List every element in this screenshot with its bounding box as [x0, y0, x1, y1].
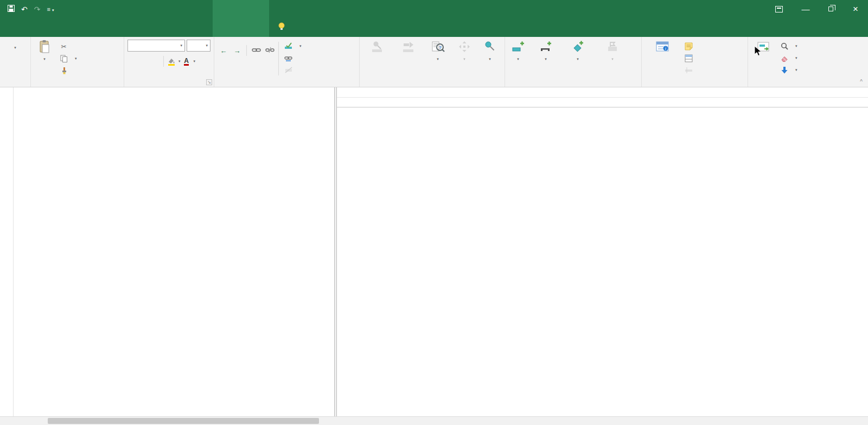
- inspect-button[interactable]: ? ▾: [424, 39, 452, 79]
- ribbon-group-insert: ▾ ▾ ▾ ▾: [505, 37, 642, 87]
- format-painter-button[interactable]: [57, 65, 79, 77]
- manually-schedule-button[interactable]: [361, 39, 393, 79]
- font-size-select[interactable]: ▾: [187, 40, 210, 52]
- add-to-timeline-icon: [684, 66, 693, 74]
- auto-schedule-button[interactable]: [393, 39, 424, 79]
- font-color-icon: A: [184, 58, 189, 66]
- fill-button[interactable]: ▾: [777, 64, 800, 76]
- gantt-chart-tools-badge: [213, 0, 269, 18]
- notes-icon: [684, 42, 693, 50]
- move-button[interactable]: ▾: [452, 39, 477, 79]
- underline-button[interactable]: [150, 55, 161, 67]
- indent-task-button[interactable]: →: [231, 45, 243, 56]
- insert-deliverable-icon: [606, 40, 619, 54]
- link-tasks-button[interactable]: [250, 45, 262, 56]
- inactivate-button[interactable]: [282, 64, 304, 76]
- horizontal-scrollbar-thumb[interactable]: [48, 418, 319, 424]
- mark-on-track-icon: [284, 42, 293, 50]
- respect-links-icon: [284, 54, 293, 62]
- mode-icon: [483, 40, 496, 54]
- ribbon-group-tasks: ? ▾ ▾ ▾: [360, 37, 505, 87]
- information-icon: i: [655, 40, 669, 54]
- svg-text:i: i: [665, 46, 666, 51]
- find-icon: [780, 42, 789, 50]
- information-button[interactable]: i: [643, 39, 682, 79]
- unlink-tasks-button[interactable]: [264, 45, 276, 56]
- outdent-task-button[interactable]: ←: [218, 45, 229, 56]
- gantt-chart-body: [337, 107, 868, 416]
- background-color-button[interactable]: [166, 55, 177, 67]
- insert-task-icon: [512, 40, 525, 54]
- gantt-chart-pane-label: [0, 87, 14, 416]
- scroll-to-task-button[interactable]: [749, 39, 777, 79]
- respect-links-button[interactable]: [282, 52, 304, 64]
- tell-me-box[interactable]: [278, 18, 290, 37]
- horizontal-scrollbar[interactable]: [0, 416, 868, 425]
- font-color-button[interactable]: A: [181, 55, 192, 67]
- link-tasks-icon: [252, 46, 261, 55]
- find-button[interactable]: ▾: [777, 40, 800, 52]
- clear-icon: [780, 54, 789, 62]
- inspect-icon: ?: [431, 40, 445, 54]
- collapse-ribbon-icon[interactable]: ^: [860, 79, 863, 85]
- mode-button[interactable]: ▾: [477, 39, 503, 79]
- minimize-button[interactable]: —: [793, 0, 818, 18]
- font-dialog-launcher-icon[interactable]: ↘: [206, 79, 212, 85]
- window-title: [0, 0, 868, 18]
- format-painter-icon: [59, 66, 68, 75]
- italic-button[interactable]: [139, 55, 150, 67]
- cut-button[interactable]: ✂: [57, 41, 79, 53]
- manually-schedule-icon: [371, 40, 384, 54]
- ribbon: ▾ ▾ ✂ ▾ ▾ ▾: [0, 37, 868, 87]
- add-to-timeline-button[interactable]: [682, 64, 698, 76]
- tab-format[interactable]: [213, 18, 269, 37]
- svg-text:?: ?: [439, 45, 442, 50]
- task-table: [14, 87, 334, 416]
- ribbon-group-editing: ▾ ▾ ▾: [748, 37, 822, 87]
- fill-icon: [780, 66, 789, 74]
- insert-summary-button[interactable]: ▾: [530, 39, 561, 79]
- background-color-icon: [167, 57, 176, 66]
- close-button[interactable]: ×: [843, 0, 868, 18]
- window-controls: — ×: [768, 0, 868, 18]
- ribbon-tab-row: [0, 18, 868, 37]
- redo-icon[interactable]: ↷: [34, 5, 41, 14]
- gantt-chart-pane: [337, 87, 868, 416]
- copy-button[interactable]: ▾: [57, 53, 79, 65]
- restore-button[interactable]: [818, 0, 843, 18]
- auto-schedule-icon: [402, 40, 415, 54]
- insert-milestone-icon: [571, 40, 584, 54]
- clear-button[interactable]: ▾: [777, 52, 800, 64]
- notes-button[interactable]: [682, 40, 698, 52]
- ribbon-group-properties: i: [642, 37, 748, 87]
- scroll-to-task-icon: [757, 40, 770, 54]
- save-icon[interactable]: [8, 5, 15, 14]
- view-gantt-chart-button[interactable]: ▾: [1, 39, 29, 79]
- title-bar: ↶ ↷ ≡ ▾ — ×: [0, 0, 868, 18]
- ribbon-display-options-icon[interactable]: [768, 0, 793, 18]
- ribbon-group-schedule: ← → ▾: [214, 37, 360, 87]
- copy-icon: [59, 54, 68, 63]
- quick-access-toolbar: ↶ ↷ ≡ ▾: [8, 0, 54, 18]
- ribbon-group-clipboard: ▾ ✂ ▾: [31, 37, 124, 87]
- ribbon-group-view: ▾: [0, 37, 31, 87]
- customize-quick-access-icon[interactable]: ≡ ▾: [47, 6, 54, 12]
- lightbulb-icon: [278, 22, 285, 33]
- insert-task-button[interactable]: ▾: [506, 39, 530, 79]
- paste-button[interactable]: ▾: [32, 39, 57, 79]
- details-icon: [684, 54, 693, 62]
- insert-milestone-button[interactable]: ▾: [561, 39, 594, 79]
- insert-summary-icon: [539, 40, 552, 54]
- font-family-select[interactable]: ▾: [127, 40, 185, 52]
- undo-icon[interactable]: ↶: [21, 5, 28, 14]
- mark-on-track-button[interactable]: ▾: [282, 40, 304, 52]
- timescale-header: [337, 87, 868, 107]
- ribbon-group-font: ▾ ▾ ▾ A ▾ ↘: [124, 37, 214, 87]
- ribbon-right-spacer: ^: [822, 37, 868, 87]
- inactivate-icon: [284, 66, 293, 74]
- insert-deliverable-button[interactable]: ▾: [594, 39, 631, 79]
- details-button[interactable]: [682, 52, 698, 64]
- bold-button[interactable]: [127, 55, 138, 67]
- unlink-tasks-icon: [265, 46, 275, 55]
- project-professional-window: ↶ ↷ ≡ ▾ — × ▾: [0, 0, 868, 425]
